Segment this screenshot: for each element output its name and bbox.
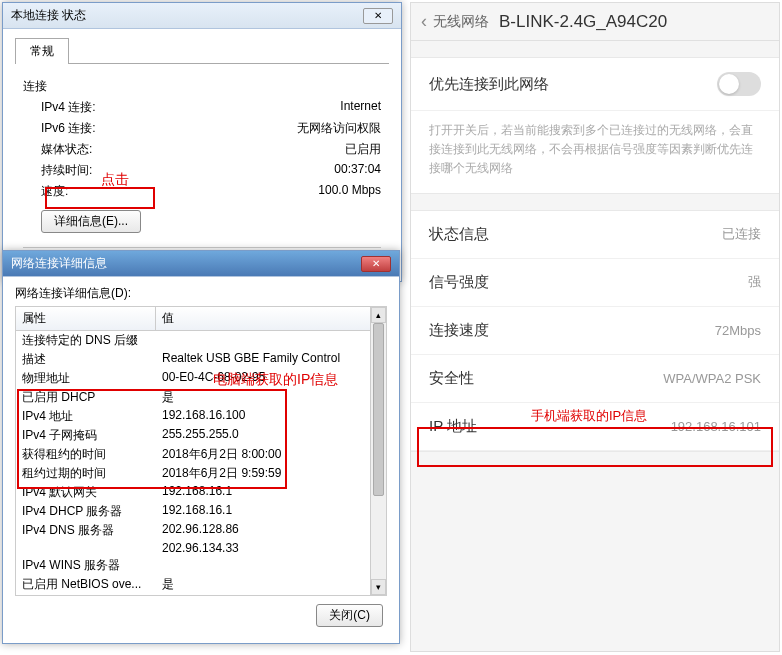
scrollbar-thumb[interactable] [373, 323, 384, 496]
dialog1-titlebar: 本地连接 状态 ✕ [3, 3, 401, 29]
back-label[interactable]: 无线网络 [433, 13, 489, 31]
table-row: IPv4 默认网关192.168.16.1 [16, 483, 386, 502]
priority-desc: 打开开关后，若当前能搜索到多个已连接过的无线网络，会直接连接到此无线网络，不会再… [411, 111, 779, 193]
scrollbar[interactable]: ▴ ▾ [370, 307, 386, 595]
close-icon[interactable]: ✕ [361, 256, 391, 272]
annotation-click: 点击 [101, 171, 129, 189]
table-row: 202.96.134.33 [16, 540, 386, 556]
table-row: IPv4 地址192.168.16.100 [16, 407, 386, 426]
annotation-mobile-ip: 手机端获取的IP信息 [531, 407, 647, 425]
dialog2-title: 网络连接详细信息 [11, 255, 107, 272]
section-label: 连接 [23, 76, 381, 97]
back-icon[interactable]: ‹ [421, 11, 427, 32]
conn-row: IPv4 连接: Internet [23, 97, 381, 118]
table-row: 已启用 DHCP是 [16, 388, 386, 407]
mobile-header: ‹ 无线网络 B-LINK-2.4G_A94C20 [411, 3, 779, 41]
dialog2-subtitle: 网络连接详细信息(D): [15, 285, 387, 306]
close-icon[interactable]: ✕ [363, 8, 393, 24]
details-button[interactable]: 详细信息(E)... [41, 210, 141, 233]
table-row: 已启用 NetBIOS ove...是 [16, 575, 386, 594]
network-details-dialog: 网络连接详细信息 ✕ 网络连接详细信息(D): 属性 值 连接特定的 DNS 后… [2, 250, 400, 644]
connection-status-dialog: 本地连接 状态 ✕ 常规 连接 IPv4 连接: Internet IPv6 连… [2, 2, 402, 282]
ssid-title: B-LINK-2.4G_A94C20 [499, 12, 667, 32]
conn-row: 速度: 100.0 Mbps [23, 181, 381, 202]
priority-section: 优先连接到此网络 打开开关后，若当前能搜索到多个已连接过的无线网络，会直接连接到… [411, 57, 779, 194]
table-row: 连接特定的 DNS 后缀 [16, 331, 386, 350]
table-row: 描述Realtek USB GBE Family Control [16, 350, 386, 369]
scroll-down-icon[interactable]: ▾ [371, 579, 386, 595]
info-row-signal: 信号强度 强 [411, 259, 779, 307]
scroll-up-icon[interactable]: ▴ [371, 307, 386, 323]
table-row: IPv4 WINS 服务器 [16, 556, 386, 575]
priority-label: 优先连接到此网络 [429, 75, 549, 94]
priority-toggle[interactable] [717, 72, 761, 96]
priority-row: 优先连接到此网络 [411, 58, 779, 111]
table-header: 属性 值 [16, 307, 386, 331]
close-button[interactable]: 关闭(C) [316, 604, 383, 627]
table-row: 获得租约的时间2018年6月2日 8:00:00 [16, 445, 386, 464]
mobile-wifi-panel: ‹ 无线网络 B-LINK-2.4G_A94C20 优先连接到此网络 打开开关后… [410, 2, 780, 652]
conn-row: 持续时间: 00:37:04 [23, 160, 381, 181]
table-row: IPv4 DNS 服务器202.96.128.86 [16, 521, 386, 540]
dialog2-titlebar: 网络连接详细信息 ✕ [3, 251, 399, 277]
info-row-speed: 连接速度 72Mbps [411, 307, 779, 355]
info-section: 状态信息 已连接 信号强度 强 连接速度 72Mbps 安全性 WPA/WPA2… [411, 210, 779, 452]
table-row: 连接-本地 IPv6 地址fe80::e597:91d8:bf0:383a%11 [16, 594, 386, 596]
tab-general[interactable]: 常规 [15, 38, 69, 64]
conn-row: IPv6 连接: 无网络访问权限 [23, 118, 381, 139]
dialog1-title: 本地连接 状态 [11, 7, 86, 24]
info-row-security: 安全性 WPA/WPA2 PSK [411, 355, 779, 403]
table-row: IPv4 DHCP 服务器192.168.16.1 [16, 502, 386, 521]
annotation-pc-ip: 电脑端获取的IP信息 [213, 371, 338, 389]
details-table: 属性 值 连接特定的 DNS 后缀描述Realtek USB GBE Famil… [15, 306, 387, 596]
info-row-status: 状态信息 已连接 [411, 211, 779, 259]
tab-header: 常规 [15, 37, 389, 64]
table-row: IPv4 子网掩码255.255.255.0 [16, 426, 386, 445]
conn-row: 媒体状态: 已启用 [23, 139, 381, 160]
table-row: 租约过期的时间2018年6月2日 9:59:59 [16, 464, 386, 483]
